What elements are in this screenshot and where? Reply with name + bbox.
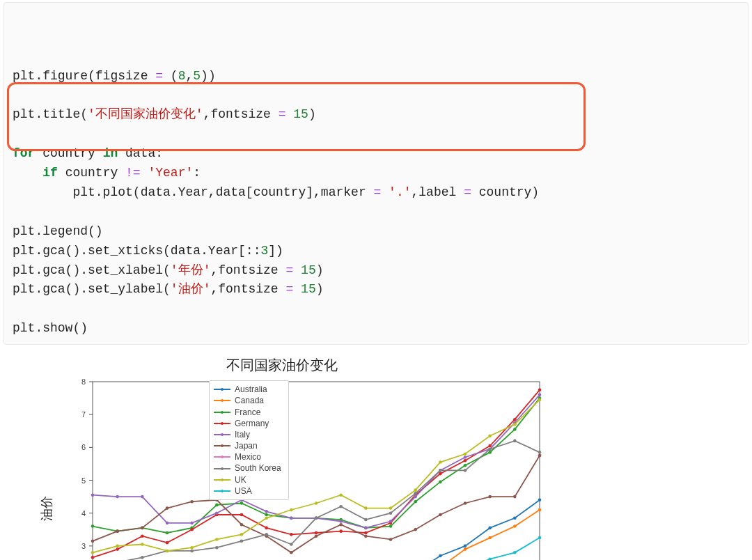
code-token: '年份' bbox=[171, 263, 211, 277]
series-marker bbox=[91, 556, 95, 559]
legend-swatch bbox=[214, 400, 230, 401]
series-marker bbox=[215, 546, 219, 550]
series-marker bbox=[315, 501, 318, 505]
series-marker bbox=[265, 510, 268, 513]
series-marker bbox=[190, 500, 194, 504]
series-line bbox=[93, 398, 540, 533]
series-marker bbox=[91, 540, 95, 543]
code-token: plt.show() bbox=[13, 321, 88, 335]
code-token: plt.legend() bbox=[13, 224, 103, 238]
code-token: ,fontsize bbox=[210, 282, 285, 296]
series-marker bbox=[439, 554, 442, 558]
chart-title: 不同国家油价变化 bbox=[31, 356, 533, 375]
series-marker bbox=[141, 495, 144, 499]
series-marker bbox=[91, 524, 95, 528]
series-marker bbox=[141, 527, 144, 530]
series-marker bbox=[190, 550, 194, 553]
series-marker bbox=[464, 464, 467, 467]
code-token bbox=[13, 166, 42, 180]
series-marker bbox=[439, 472, 442, 476]
code-line bbox=[13, 300, 739, 319]
code-token: ]) bbox=[268, 244, 283, 258]
series-marker bbox=[538, 398, 542, 402]
legend-label: South Korea bbox=[235, 462, 281, 474]
series-marker bbox=[339, 494, 343, 497]
series-marker bbox=[488, 444, 492, 448]
code-token bbox=[141, 166, 148, 180]
code-line: plt.gca().set_xlabel('年份',fontsize = 15) bbox=[13, 261, 739, 281]
code-token bbox=[293, 282, 301, 296]
code-token: plt.gca().set_ylabel( bbox=[13, 282, 171, 296]
code-token: 5 bbox=[193, 69, 201, 83]
legend-item: Germany bbox=[214, 418, 281, 429]
series-marker bbox=[513, 423, 517, 426]
code-token: 8 bbox=[178, 69, 186, 83]
series-marker bbox=[290, 517, 293, 520]
legend-label: France bbox=[235, 407, 260, 418]
series-marker bbox=[538, 454, 542, 458]
series-marker bbox=[240, 501, 244, 505]
code-block: plt.figure(figsize = (8,5)) plt.title('不… bbox=[3, 2, 749, 345]
series-marker bbox=[290, 543, 293, 546]
legend-item: UK bbox=[214, 474, 281, 485]
series-marker bbox=[290, 508, 293, 512]
series-marker bbox=[116, 495, 119, 499]
code-token: plt.figure(figsize bbox=[13, 69, 155, 83]
code-token: : bbox=[193, 166, 201, 180]
series-marker bbox=[414, 528, 417, 531]
series-marker bbox=[364, 518, 368, 522]
plot-stage: 199019931996199920022005200812345678 油价 … bbox=[59, 376, 547, 560]
series-marker bbox=[215, 504, 219, 507]
series-marker bbox=[538, 536, 542, 540]
legend-label: UK bbox=[235, 474, 246, 485]
code-token: 15 bbox=[301, 282, 316, 296]
series-marker bbox=[488, 495, 492, 499]
code-token: = bbox=[464, 185, 471, 199]
series-marker bbox=[166, 541, 169, 545]
code-token: = bbox=[155, 69, 163, 83]
series-marker bbox=[141, 543, 144, 546]
code-token: ( bbox=[163, 69, 178, 83]
series-marker bbox=[215, 538, 219, 541]
series-marker bbox=[439, 469, 442, 472]
series-marker bbox=[538, 499, 542, 502]
code-line: if country != 'Year': bbox=[13, 164, 739, 183]
series-marker bbox=[488, 451, 492, 454]
y-tick-label: 8 bbox=[81, 378, 86, 386]
series-line bbox=[93, 400, 540, 552]
code-highlight-box bbox=[7, 82, 586, 152]
y-axis-label: 油价 bbox=[38, 496, 55, 521]
series-marker bbox=[488, 527, 492, 530]
code-token: ) bbox=[316, 263, 324, 277]
series-marker bbox=[91, 551, 95, 554]
series-marker bbox=[364, 527, 368, 530]
legend-label: Japan bbox=[235, 440, 258, 451]
y-tick-label: 5 bbox=[81, 476, 86, 485]
series-marker bbox=[364, 531, 368, 535]
series-marker bbox=[240, 523, 244, 527]
legend-swatch bbox=[214, 412, 230, 413]
code-token: country bbox=[58, 166, 125, 180]
series-marker bbox=[116, 529, 119, 533]
series-marker bbox=[513, 440, 517, 443]
series-marker bbox=[315, 531, 318, 535]
series-marker bbox=[464, 453, 467, 456]
y-tick-label: 7 bbox=[81, 410, 86, 419]
series-marker bbox=[464, 469, 467, 472]
series-marker bbox=[315, 517, 318, 520]
legend-swatch bbox=[214, 389, 230, 390]
y-tick-label: 6 bbox=[81, 443, 86, 451]
series-marker bbox=[488, 536, 492, 540]
legend-swatch bbox=[214, 423, 230, 424]
legend-item: France bbox=[214, 407, 281, 418]
series-marker bbox=[513, 524, 517, 528]
y-tick-label: 4 bbox=[81, 509, 86, 518]
code-token: ) bbox=[316, 282, 324, 296]
legend-label: Germany bbox=[235, 418, 269, 429]
code-token: = bbox=[285, 263, 293, 277]
code-token: '油价' bbox=[171, 282, 211, 296]
code-token: country) bbox=[471, 185, 539, 199]
series-marker bbox=[339, 523, 343, 527]
legend-item: South Korea bbox=[214, 462, 281, 474]
series-marker bbox=[389, 524, 393, 528]
